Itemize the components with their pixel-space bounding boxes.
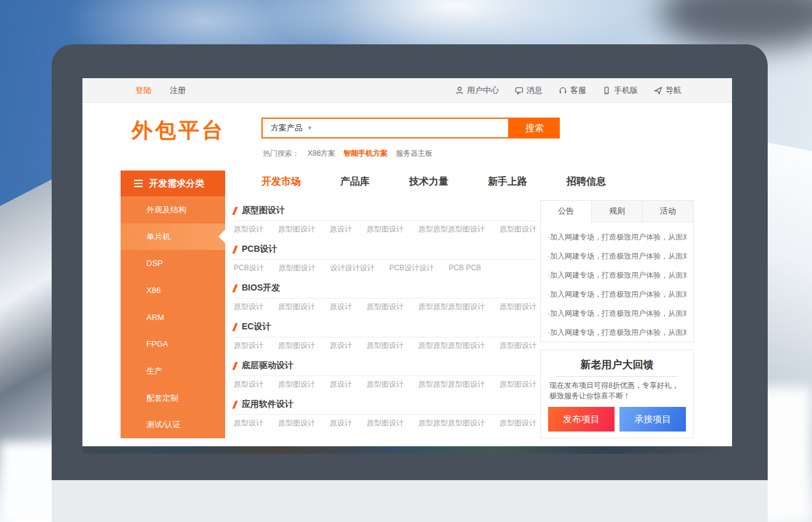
category-title-row: 底层驱动设计 [234, 359, 535, 372]
category-link[interactable]: 原设计 [330, 340, 352, 351]
category-link[interactable]: 原型设计 [234, 340, 263, 351]
promo-buttons: 发布项目 承接项目 [541, 407, 693, 432]
category-link[interactable]: 原型原型原型图设计 [418, 302, 485, 312]
category-link[interactable]: 原型设计 [234, 418, 263, 428]
category-link[interactable]: 原型图设计 [500, 224, 536, 235]
promo-description: 现在发布项目可得8折优惠，专享好礼，极致服务让你惊喜不断！ [541, 380, 693, 401]
messages-link[interactable]: 消息 [515, 85, 543, 96]
category-section: BIOS开发原型设计原型图设计原设计原型图设计原型原型原型图设计原型图设计 [234, 281, 535, 315]
category-link[interactable]: PCB设计 [234, 263, 264, 273]
sidebar-item[interactable]: 外观及结构 [121, 196, 225, 223]
category-title-row: EC设计 [234, 320, 535, 334]
category-link[interactable]: 原型原型原型图设计 [418, 224, 485, 235]
notice-item[interactable]: ·加入网建专场，打造极致用户体验，从面对.. [547, 247, 687, 266]
category-link[interactable]: 原型图设计 [278, 340, 315, 351]
category-link[interactable]: 原型图设计 [278, 379, 315, 390]
notice-item[interactable]: ·加入网建专场，打造极致用户体验，从面对.. [547, 304, 687, 323]
register-link[interactable]: 注册 [170, 85, 186, 96]
site-logo[interactable]: 外包平台 [132, 116, 225, 145]
publish-project-button[interactable]: 发布项目 [548, 407, 615, 432]
customer-service-link[interactable]: 客服 [559, 85, 586, 96]
search-input[interactable] [312, 119, 508, 137]
category-link[interactable]: 原型图设计 [500, 340, 536, 351]
category-link[interactable]: 原型图设计 [367, 302, 404, 312]
nav-tab[interactable]: 产品库 [340, 175, 370, 188]
category-section: EC设计原型设计原型图设计原设计原型图设计原型原型原型图设计原型图设计 [234, 320, 535, 353]
navigation-link[interactable]: 导航 [654, 85, 682, 96]
notice-tab[interactable]: 规则 [591, 201, 642, 222]
browser-screen: 登陆 注册 用户中心 消息 客服 [82, 78, 732, 454]
search-button[interactable]: 搜索 [509, 118, 560, 139]
hot-search-item[interactable]: X86方案 [308, 148, 335, 159]
category-link[interactable]: 原型原型原型图设计 [418, 340, 485, 351]
category-link[interactable]: 原设计 [330, 418, 352, 428]
mobile-icon [602, 86, 611, 95]
category-link[interactable]: 原设计 [330, 379, 352, 390]
sidebar-item[interactable]: 生产 [121, 358, 225, 385]
category-link[interactable]: 原型设计 [234, 379, 263, 390]
category-link[interactable]: 设计设计设计 [330, 263, 375, 273]
category-link[interactable]: 原设计 [330, 302, 352, 312]
category-section: PCB设计PCB设计原型图设计设计设计设计PCB设计设计PCB PCB [234, 243, 535, 276]
nav-tab[interactable]: 新手上路 [488, 175, 527, 188]
category-link[interactable]: 原型原型原型图设计 [418, 418, 485, 428]
notice-list: ·加入网建专场，打造极致用户体验，从面对..·加入网建专场，打造极致用户体验，从… [541, 222, 693, 342]
slash-icon [232, 362, 237, 370]
category-link[interactable]: 原设计 [330, 224, 352, 235]
nav-tab[interactable]: 技术力量 [409, 175, 448, 188]
sidebar-item[interactable]: DSP [121, 250, 225, 277]
notice-item[interactable]: ·加入网建专场，打造极致用户体验，从面对.. [547, 285, 687, 304]
category-link[interactable]: 原型图设计 [500, 418, 536, 428]
category-link[interactable]: 原型图设计 [278, 302, 315, 312]
category-link[interactable]: 原型设计 [234, 302, 263, 312]
nav-tab[interactable]: 开发市场 [261, 175, 301, 188]
chevron-down-icon: ▼ [307, 125, 312, 131]
category-link[interactable]: 原型原型原型图设计 [418, 379, 485, 390]
notice-item[interactable]: ·加入网建专场，打造极致用户体验，从面对.. [547, 323, 687, 342]
sidebar-item[interactable]: X86 [121, 277, 225, 304]
user-icon [455, 86, 464, 95]
category-title: 原型图设计 [242, 205, 285, 216]
category-link[interactable]: 原型图设计 [367, 379, 404, 390]
hot-search-item-highlight[interactable]: 智能手机方案 [343, 148, 388, 159]
notice-item[interactable]: ·加入网建专场，打造极致用户体验，从面对.. [547, 266, 687, 285]
category-link[interactable]: 原型设计 [234, 224, 263, 235]
sidebar-item[interactable]: FPGA [121, 331, 225, 358]
notice-tabs: 公告规则活动 [541, 201, 693, 222]
notice-item[interactable]: ·加入网建专场，打造极致用户体验，从面对.. [547, 228, 687, 247]
topbar-menu: 用户中心 消息 客服 手机版 [455, 85, 682, 96]
message-icon [515, 86, 523, 95]
navigation-label: 导航 [666, 85, 682, 96]
category-link[interactable]: 原型图设计 [278, 418, 315, 428]
category-link[interactable]: 原型图设计 [500, 379, 536, 390]
notice-tab[interactable]: 公告 [541, 201, 591, 222]
sidebar-item[interactable]: 配套定制 [121, 385, 225, 412]
category-link[interactable]: 原型图设计 [367, 224, 404, 235]
hot-search-item[interactable]: 服务器主板 [396, 148, 432, 159]
category-link[interactable]: 原型图设计 [367, 340, 404, 351]
nav-tab[interactable]: 招聘信息 [567, 175, 606, 188]
category-links: 原型设计原型图设计原设计原型图设计原型原型原型图设计原型图设计 [234, 337, 535, 353]
category-title: PCB设计 [242, 244, 277, 255]
category-title: EC设计 [242, 321, 271, 332]
notice-tab[interactable]: 活动 [642, 201, 693, 222]
search-box: 方案产品 ▼ [261, 118, 509, 139]
category-link[interactable]: 原型图设计 [278, 224, 315, 235]
accept-project-button[interactable]: 承接项目 [619, 407, 686, 432]
search-category-dropdown[interactable]: 方案产品 [271, 122, 303, 134]
user-center-link[interactable]: 用户中心 [455, 85, 499, 96]
slash-icon [232, 207, 237, 215]
category-link[interactable]: PCB设计设计 [389, 263, 434, 273]
sidebar-item[interactable]: 单片机 [121, 223, 225, 251]
category-link[interactable]: PCB PCB [448, 263, 481, 272]
sidebar-item[interactable]: ARM [121, 304, 225, 331]
mobile-version-link[interactable]: 手机版 [602, 85, 638, 96]
category-title: BIOS开发 [242, 283, 280, 294]
category-link[interactable]: 原型图设计 [367, 418, 404, 428]
category-link[interactable]: 原型图设计 [500, 302, 536, 312]
login-link[interactable]: 登陆 [135, 85, 151, 96]
headset-icon [559, 86, 567, 95]
category-link[interactable]: 原型图设计 [279, 263, 316, 273]
category-links: 原型设计原型图设计原设计原型图设计原型原型原型图设计原型图设计 [234, 299, 535, 315]
sidebar-item[interactable]: 测试/认证 [121, 411, 225, 438]
